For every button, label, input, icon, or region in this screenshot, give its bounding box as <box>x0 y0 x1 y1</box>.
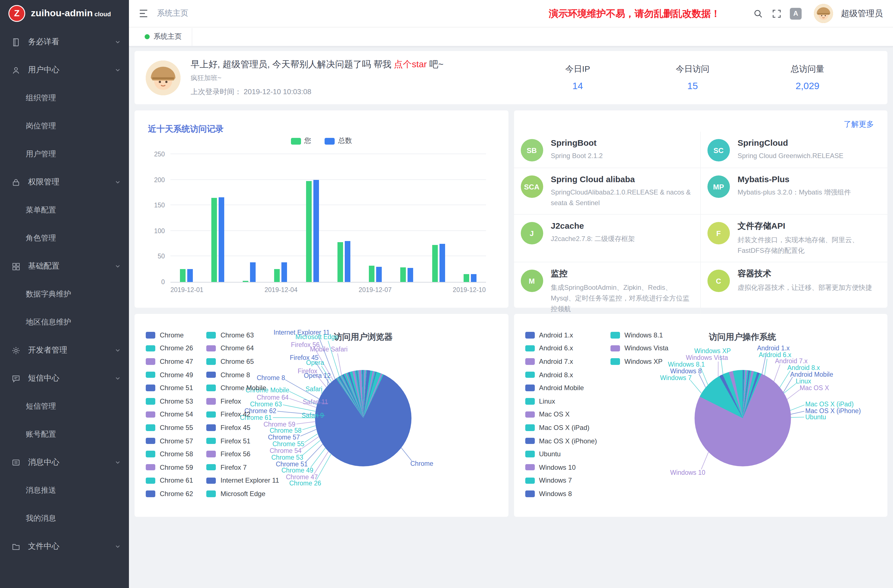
legend-item[interactable]: Android 8.x <box>525 368 597 382</box>
legend-item[interactable]: Chrome <box>146 328 193 341</box>
legend-item[interactable]: Chrome 61 <box>146 474 193 487</box>
legend-chip <box>146 451 155 457</box>
legend-item[interactable]: Internet Explorer 11 <box>207 474 279 487</box>
menu-icon <box>11 177 21 187</box>
stats-row: 今日IP 14 今日访问 15 总访问量 2,029 <box>520 64 865 92</box>
sidebar-item[interactable]: 开发者管理 <box>0 336 129 364</box>
sidebar-item[interactable]: 账号配置 <box>0 420 129 448</box>
legend-item[interactable]: Linux <box>525 395 597 408</box>
tech-item[interactable]: C 容器技术 虚拟化容器技术，让迁移、部署更加方便快捷 <box>701 262 888 320</box>
legend-item[interactable]: Chrome 59 <box>146 461 193 474</box>
legend-item[interactable]: Windows Vista <box>610 341 669 355</box>
search-icon[interactable] <box>753 8 764 19</box>
tech-badge: SC <box>707 139 730 161</box>
sidebar-item[interactable]: 消息推送 <box>0 477 129 504</box>
legend-chip <box>610 358 620 365</box>
bar-您 <box>274 269 280 282</box>
sidebar-item[interactable]: 文件中心 <box>0 532 129 561</box>
legend-item[interactable]: Chrome 8 <box>207 368 279 382</box>
bar-总数 <box>313 180 319 282</box>
sidebar-item[interactable]: 短信中心 <box>0 364 129 393</box>
legend-item[interactable]: Windows 8.1 <box>610 328 669 341</box>
pie-label: Chrome 26 <box>289 480 321 487</box>
bar-总数 <box>408 268 413 282</box>
sidebar-item[interactable]: 基础配置 <box>0 252 129 280</box>
tech-item[interactable]: SB SpringBoot Spring Boot 2.1.2 <box>514 132 701 168</box>
legend-item[interactable]: 总数 <box>325 136 352 146</box>
legend-item[interactable]: Chrome 26 <box>146 341 193 355</box>
collapse-sidebar-icon[interactable] <box>138 8 149 19</box>
learn-more-link[interactable]: 了解更多 <box>844 119 874 129</box>
legend-item[interactable]: Chrome 58 <box>146 448 193 461</box>
sidebar-item[interactable]: 组织管理 <box>0 84 129 112</box>
legend-item[interactable]: Chrome 55 <box>146 421 193 434</box>
legend-item[interactable]: Chrome 47 <box>146 355 193 368</box>
legend-item[interactable]: Ubuntu <box>525 448 597 461</box>
tech-item[interactable]: M 监控 集成SpringBootAdmin、Zipkin、Redis、Mysq… <box>514 262 701 320</box>
legend-item[interactable]: Chrome Mobile <box>207 382 279 395</box>
legend-chip <box>525 464 535 471</box>
sidebar-item[interactable]: 用户管理 <box>0 140 129 168</box>
legend-item[interactable]: Firefox 42 <box>207 408 279 421</box>
sidebar-item[interactable]: 岗位管理 <box>0 112 129 140</box>
user-avatar[interactable] <box>814 4 833 23</box>
tech-item[interactable]: F 文件存储API 封装文件接口，实现本地存储、阿里云、FastDFS存储的配置… <box>701 214 888 262</box>
sidebar-item[interactable]: 角色管理 <box>0 224 129 252</box>
legend-item[interactable]: Chrome 65 <box>207 355 279 368</box>
legend-item[interactable]: Chrome 51 <box>146 382 193 395</box>
tech-item[interactable]: SC SpringCloud Spring Cloud Greenwich.RE… <box>701 132 888 168</box>
tech-item[interactable]: MP Mybatis-Plus Mybatis-plus 3.2.0：Mybat… <box>701 168 888 214</box>
sidebar-item[interactable]: 我的消息 <box>0 504 129 532</box>
legend-item[interactable]: Chrome 57 <box>146 435 193 448</box>
legend-item[interactable]: 您 <box>291 136 311 146</box>
legend-item[interactable]: Android Mobile <box>525 382 597 395</box>
sidebar-item[interactable]: 消息中心 <box>0 448 129 477</box>
star-link[interactable]: 点个star <box>394 59 427 69</box>
tab-home[interactable]: 系统主页 <box>135 28 192 46</box>
legend-item[interactable]: Chrome 64 <box>207 341 279 355</box>
legend-item[interactable]: Windows 7 <box>525 474 597 487</box>
legend-item[interactable]: Android 7.x <box>525 355 597 368</box>
sidebar-item-label: 务必详看 <box>28 37 114 47</box>
sidebar-item[interactable]: 用户中心 <box>0 56 129 84</box>
tech-item[interactable]: J J2cache J2cache2.7.8: 二级缓存框架 <box>514 214 701 262</box>
legend-chip <box>207 398 216 405</box>
font-size-icon[interactable]: A <box>790 8 801 20</box>
breadcrumb[interactable]: 系统主页 <box>157 8 188 18</box>
legend-item[interactable]: Windows 10 <box>525 461 597 474</box>
legend-item[interactable]: Mac OS X (iPad) <box>525 421 597 434</box>
legend-item[interactable]: Firefox 7 <box>207 461 279 474</box>
fullscreen-icon[interactable] <box>771 8 782 19</box>
sidebar-item[interactable]: 菜单配置 <box>0 196 129 224</box>
legend-item[interactable]: Android 6.x <box>525 341 597 355</box>
legend-item[interactable]: Firefox 45 <box>207 421 279 434</box>
sidebar-item[interactable]: 短信管理 <box>0 393 129 420</box>
sidebar-item[interactable]: 地区信息维护 <box>0 308 129 336</box>
legend-chip <box>146 398 155 405</box>
sidebar-item[interactable]: 数据字典维护 <box>0 280 129 308</box>
legend-item[interactable]: Windows 8 <box>525 487 597 500</box>
app-logo[interactable]: Z zuihou-admincloud <box>0 0 129 27</box>
sidebar-item-label: 权限管理 <box>28 177 114 187</box>
x-tick-label <box>298 286 328 293</box>
sidebar-item[interactable]: 权限管理 <box>0 168 129 196</box>
legend-item[interactable]: Chrome 53 <box>146 395 193 408</box>
legend-item[interactable]: Windows XP <box>610 355 669 368</box>
legend-item[interactable]: Firefox 56 <box>207 448 279 461</box>
legend-item[interactable]: Chrome 54 <box>146 408 193 421</box>
legend-item[interactable]: Chrome 62 <box>146 487 193 500</box>
legend-item[interactable]: Microsoft Edge <box>207 487 279 500</box>
legend-item[interactable]: Firefox <box>207 395 279 408</box>
legend-item[interactable]: Chrome 49 <box>146 368 193 382</box>
legend-item[interactable]: Chrome 63 <box>207 328 279 341</box>
browser-pie-chart <box>315 370 412 466</box>
legend-item[interactable]: Firefox 51 <box>207 435 279 448</box>
legend-item[interactable]: Mac OS X <box>525 408 597 421</box>
legend-item[interactable]: Mac OS X (iPhone) <box>525 435 597 448</box>
user-name[interactable]: 超级管理员 <box>841 8 883 19</box>
tech-item[interactable]: SCA Spring Cloud alibaba SpringCloudAlib… <box>514 168 701 214</box>
app-title-suffix: cloud <box>95 11 111 17</box>
legend-item[interactable]: Android 1.x <box>525 328 597 341</box>
sidebar-item[interactable]: 务必详看 <box>0 28 129 56</box>
pie-label: Chrome 49 <box>281 467 313 474</box>
